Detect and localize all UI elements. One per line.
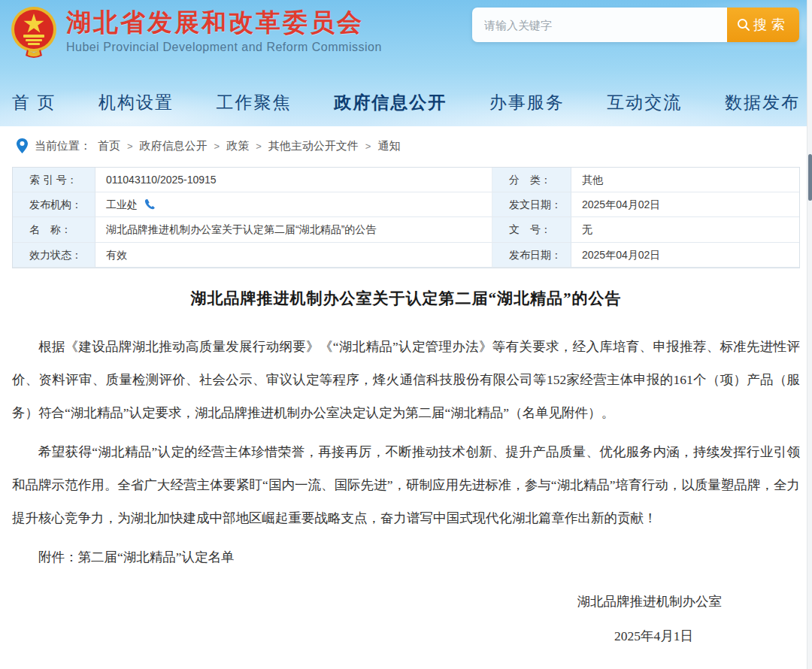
article-body: 根据《建设品牌湖北推动高质量发展行动纲要》《“湖北精品”认定管理办法》等有关要求… [12,330,800,574]
nav-item-gov-info[interactable]: 政府信息公开 [334,91,447,114]
search-icon [737,18,750,32]
nav-item-org[interactable]: 机构设置 [98,91,174,114]
meta-label-doc-number: 文 号： [492,217,571,242]
site-title: 湖北省发展和改革委员会 [66,6,382,39]
meta-value-validity-status: 有效 [95,243,492,268]
breadcrumb-gov-info[interactable]: 政府信息公开 [140,139,208,153]
breadcrumb-prefix: 当前位置： [35,139,91,153]
meta-value-publish-date: 2025年04月02日 [571,243,799,268]
meta-value-issue-date: 2025年04月02日 [571,192,799,217]
breadcrumb-separator: > [365,141,371,152]
meta-label-validity-status: 效力状态： [13,243,95,268]
signature-block: 湖北品牌推进机制办公室 2025年4月1日 [12,590,800,647]
attachment-line[interactable]: 附件：第二届“湖北精品”认定名单 [12,540,800,574]
nav-item-home[interactable]: 首 页 [12,91,56,114]
breadcrumb-other-open-docs[interactable]: 其他主动公开文件 [268,139,359,153]
site-header: 湖北省发展和改革委员会 Hubei Provincial Development… [0,0,812,126]
meta-label-issuing-agency: 发布机构： [13,192,95,217]
phone-icon[interactable] [144,198,156,210]
nav-item-data[interactable]: 数据发布 [725,91,800,114]
nav-item-work-focus[interactable]: 工作聚焦 [217,91,292,114]
article-paragraph-1: 根据《建设品牌湖北推动高质量发展行动纲要》《“湖北精品”认定管理办法》等有关要求… [12,330,800,429]
article-title: 湖北品牌推进机制办公室关于认定第二届“湖北精品”的公告 [12,288,800,309]
search-button[interactable]: 搜索 [727,8,799,42]
meta-value-issuing-agency: 工业处 [95,192,492,217]
main-nav: 首 页 机构设置 工作聚焦 政府信息公开 办事服务 互动交流 数据发布 [0,83,812,126]
scrollbar-track[interactable] [807,0,812,669]
breadcrumb: 当前位置： 首页 > 政府信息公开 > 政策 > 其他主动公开文件 > 通知 [0,126,812,162]
signature-org: 湖北品牌推进机制办公室 [12,590,800,613]
article-paragraph-2: 希望获得“湖北精品”认定的经营主体珍惜荣誉，再接再厉，不断推动技术创新、提升产品… [12,435,800,534]
site-subtitle: Hubei Provincial Development and Reform … [66,41,382,54]
breadcrumb-separator: > [256,141,262,152]
meta-value-index-number: 011043110/2025-10915 [95,168,492,192]
meta-value-title: 湖北品牌推进机制办公室关于认定第二届“湖北精品”的公告 [95,217,492,242]
document-meta-table: 索 引 号： 011043110/2025-10915 分 类： 其他 发布机构… [12,167,800,268]
breadcrumb-policy[interactable]: 政策 [226,139,249,153]
location-pin-icon [17,138,28,153]
article: 湖北品牌推进机制办公室关于认定第二届“湖北精品”的公告 根据《建设品牌湖北推动高… [0,268,812,647]
meta-label-publish-date: 发布日期： [492,243,571,268]
search-input[interactable] [472,8,727,42]
meta-value-category: 其他 [571,168,799,192]
meta-label-index-number: 索 引 号： [13,168,95,192]
issuing-agency-text: 工业处 [106,198,138,211]
meta-value-doc-number: 无 [571,217,799,242]
national-emblem-icon [11,6,57,59]
search-button-label: 搜索 [753,16,789,34]
meta-label-title: 名 称： [13,217,95,242]
signature-date: 2025年4月1日 [12,625,800,647]
breadcrumb-home[interactable]: 首页 [98,139,120,153]
search-box: 搜索 [472,8,799,42]
site-logo[interactable]: 湖北省发展和改革委员会 Hubei Provincial Development… [11,6,382,59]
scrollbar-thumb[interactable] [808,154,812,201]
meta-label-category: 分 类： [492,168,571,192]
breadcrumb-separator: > [127,141,133,152]
meta-label-issue-date: 发文日期： [492,192,571,217]
breadcrumb-separator: > [214,141,220,152]
breadcrumb-notice[interactable]: 通知 [377,139,400,153]
nav-item-services[interactable]: 办事服务 [489,91,565,114]
nav-item-interaction[interactable]: 互动交流 [607,91,682,114]
